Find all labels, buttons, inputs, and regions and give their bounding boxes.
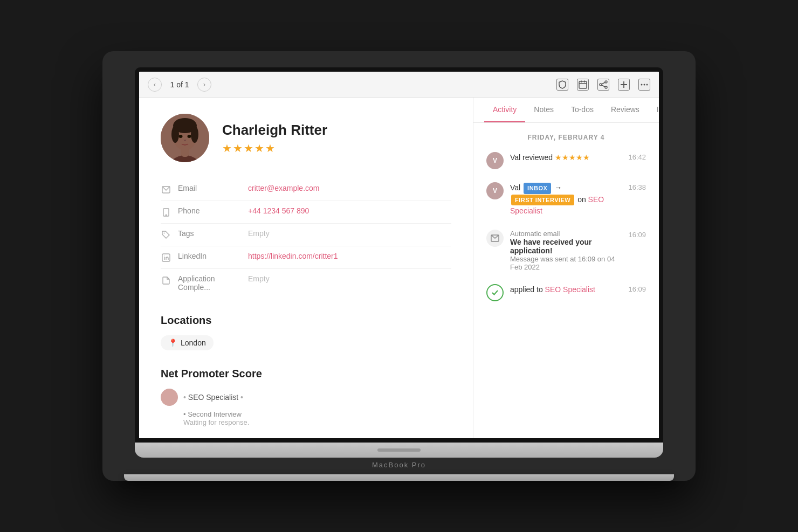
activity-content: FRIDAY, FEBRUARY 4 V Val reviewed ★★★★★ … (473, 123, 659, 438)
email-field-row: Email critter@example.com (161, 178, 451, 201)
application-label: Application Comple... (178, 274, 248, 292)
activity-actor-review: Val reviewed (510, 153, 555, 162)
share-icon (598, 80, 608, 89)
laptop-base (124, 474, 674, 481)
svg-point-4 (605, 81, 607, 83)
activity-stars-review: ★★★★★ (555, 153, 590, 162)
laptop-notch (377, 448, 421, 452)
svg-point-6 (605, 86, 607, 88)
tags-value: Empty (248, 229, 270, 238)
more-dots-icon (639, 80, 649, 89)
tab-notes[interactable]: Notes (525, 98, 562, 122)
plus-icon (619, 80, 629, 89)
activity-body-email: Automatic email We have received your ap… (510, 230, 622, 271)
main-content: Charleigh Ritter ★★★★★ (139, 98, 659, 438)
tags-icon (161, 230, 171, 240)
laptop-bottom (135, 443, 663, 458)
nps-second-interview: Second Interview (188, 410, 242, 418)
tab-reviews[interactable]: Reviews (602, 98, 648, 122)
application-value: Empty (248, 274, 270, 283)
tab-todos[interactable]: To-dos (562, 98, 602, 122)
nps-dots: • SEO Specialist • (183, 393, 243, 402)
check-icon (486, 284, 504, 301)
application-field-row: Application Comple... Empty (161, 269, 451, 297)
activity-item-stage-change: V Val INBOX → FIRST INTERVIEW on SEO Spe… (486, 182, 646, 217)
right-panel: Activity Notes To-dos Reviews Interviews… (473, 98, 659, 438)
badge-inbox: INBOX (524, 183, 551, 194)
email-label: Email (178, 184, 248, 192)
nps-sub-label: • Second Interview (183, 410, 451, 418)
svg-point-25 (164, 233, 165, 234)
svg-point-13 (646, 84, 648, 85)
svg-point-19 (171, 126, 179, 143)
linkedin-value[interactable]: https://linkedin.com/critter1 (248, 252, 338, 260)
tab-interviews[interactable]: Interviews (648, 98, 659, 122)
activity-email-message: Message was sent at 16:09 on 04 Feb 2022 (510, 255, 622, 271)
activity-email-title: We have received your application! (510, 238, 622, 255)
activity-avatar-val-2: V (486, 182, 504, 199)
candidate-stars: ★★★★★ (222, 142, 276, 154)
calendar-button[interactable] (577, 79, 589, 91)
svg-point-20 (191, 126, 198, 143)
tab-activity[interactable]: Activity (484, 98, 525, 122)
activity-email-subtitle: Automatic email (510, 230, 622, 238)
prev-button[interactable]: ‹ (148, 78, 162, 92)
activity-avatar-val-1: V (486, 152, 504, 169)
svg-point-11 (641, 84, 643, 85)
nps-title: Net Promoter Score (161, 368, 451, 380)
more-button[interactable] (638, 79, 650, 91)
linkedin-icon (161, 252, 171, 263)
activity-text-review: Val reviewed ★★★★★ (510, 153, 590, 162)
location-name: London (181, 338, 206, 347)
linkedin-field-row: LinkedIn https://linkedin.com/critter1 (161, 246, 451, 269)
phone-icon (161, 207, 171, 218)
activity-time-review: 16:42 (628, 153, 646, 161)
svg-point-22 (188, 135, 191, 138)
activity-body-review: Val reviewed ★★★★★ (510, 152, 622, 163)
nps-job-title: SEO Specialist (188, 393, 240, 402)
candidate-header: Charleigh Ritter ★★★★★ (161, 114, 451, 162)
phone-field-row: Phone +44 1234 567 890 (161, 201, 451, 224)
badge-first-interview: FIRST INTERVIEW (511, 195, 574, 206)
chevron-left-icon: ‹ (154, 80, 156, 88)
phone-value[interactable]: +44 1234 567 890 (248, 206, 309, 215)
svg-point-21 (179, 135, 183, 138)
nav-controls: ‹ 1 of 1 › (148, 78, 211, 92)
left-panel: Charleigh Ritter ★★★★★ (139, 98, 473, 438)
applied-job-link[interactable]: SEO Specialist (545, 285, 595, 294)
toolbar: ‹ 1 of 1 › (139, 72, 659, 98)
macbook-label: MacBook Pro (135, 458, 663, 474)
location-pin-icon: 📍 (168, 338, 177, 347)
locations-title: Locations (161, 314, 451, 327)
activity-time-email: 16:09 (628, 231, 646, 239)
activity-item-review: V Val reviewed ★★★★★ 16:42 (486, 152, 646, 169)
checkmark-icon (491, 289, 499, 296)
candidate-info: Charleigh Ritter ★★★★★ (222, 122, 327, 155)
nps-waiting: Waiting for response. (183, 418, 451, 426)
linkedin-label: LinkedIn (178, 252, 248, 260)
email-icon (161, 184, 171, 195)
activity-text-stage: Val INBOX → FIRST INTERVIEW on SEO Speci… (510, 183, 604, 215)
svg-point-24 (166, 215, 167, 216)
avatar (161, 114, 209, 162)
tags-label: Tags (178, 229, 248, 238)
fields-section: Email critter@example.com Phone (161, 178, 451, 297)
application-icon (161, 275, 171, 286)
email-value[interactable]: critter@example.com (248, 184, 319, 192)
page-count: 1 of 1 (166, 80, 193, 89)
calendar-icon (578, 80, 588, 89)
activity-date-header: FRIDAY, FEBRUARY 4 (486, 134, 646, 141)
shield-icon (558, 80, 567, 89)
activity-body-stage: Val INBOX → FIRST INTERVIEW on SEO Speci… (510, 182, 622, 217)
activity-time-applied: 16:09 (628, 285, 646, 293)
next-button[interactable]: › (197, 78, 211, 92)
share-button[interactable] (597, 79, 609, 91)
activity-time-stage: 16:38 (628, 183, 646, 191)
add-button[interactable] (618, 79, 630, 91)
location-tag-london: 📍 London (161, 335, 214, 350)
tabs-bar: Activity Notes To-dos Reviews Interviews… (473, 98, 659, 123)
svg-point-5 (600, 84, 602, 86)
nps-item: • SEO Specialist • (161, 389, 451, 406)
nps-section: Net Promoter Score • SEO Specialist • • … (161, 368, 451, 426)
shield-button[interactable] (556, 79, 568, 91)
